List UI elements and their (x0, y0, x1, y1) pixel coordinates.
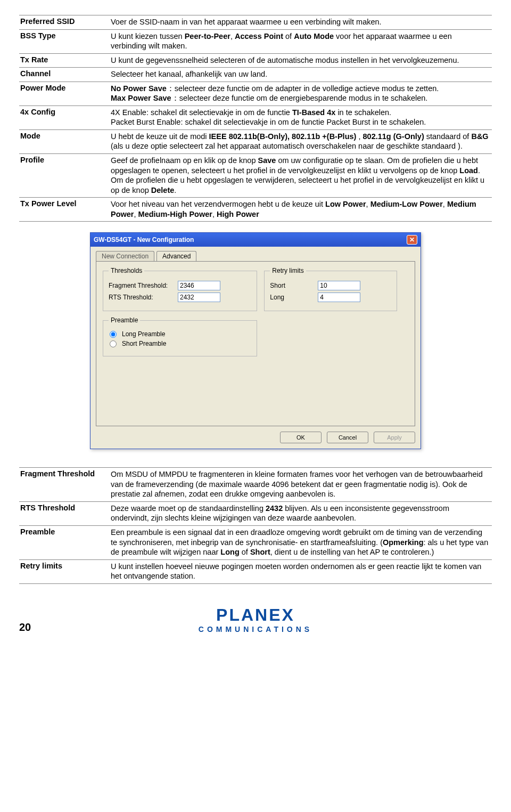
term-description: 4X Enable: schakel dit selectievakje in … (110, 105, 492, 129)
preamble-fieldset: Preamble Long Preamble Short Preamble (103, 316, 257, 356)
cancel-button[interactable]: Cancel (327, 432, 368, 443)
fragment-threshold-label: Fragment Threshold: (109, 282, 178, 289)
term-label: Profile (19, 154, 110, 198)
rts-threshold-label: RTS Threshold: (109, 294, 178, 301)
retry-legend: Retry limits (270, 267, 306, 274)
window-title: GW-DS54GT - New Configuration (94, 236, 194, 243)
retry-short-label: Short (270, 282, 302, 289)
term-description: Geef de profielnaam op en klik op de kno… (110, 154, 492, 198)
retry-long-label: Long (270, 294, 302, 301)
term-label: Tx Rate (19, 53, 110, 68)
term-description: No Power Save：selecteer deze functie om … (110, 82, 492, 105)
term-description: Voor het niveau van het verzendvermogen … (110, 198, 492, 222)
term-description: Voer de SSID-naam in van het apparaat wa… (110, 15, 492, 30)
term-label: Mode (19, 129, 110, 153)
fragment-threshold-input[interactable] (178, 281, 220, 290)
retry-limits-fieldset: Retry limits Short Long (264, 267, 397, 311)
term-description: U kunt de gegevenssnelheid selecteren of… (110, 53, 492, 68)
ok-button[interactable]: OK (280, 432, 322, 443)
description-table-2: Fragment ThresholdOm MSDU of MMPDU te fr… (19, 467, 492, 583)
term-label: Channel (19, 68, 110, 82)
tab-new-connection[interactable]: New Connection (96, 251, 154, 261)
tab-advanced[interactable]: Advanced (156, 251, 196, 261)
term-label: Tx Power Level (19, 198, 110, 222)
term-description: U hebt de keuze uit de modi IEEE 802.11b… (110, 129, 492, 153)
term-description: U kunt instellen hoeveel nieuwe pogingen… (110, 559, 492, 583)
description-table-1: Preferred SSIDVoer de SSID-naam in van h… (19, 15, 492, 222)
term-description: Selecteer het kanaal, afhankelijk van uw… (110, 68, 492, 82)
term-label: Retry limits (19, 559, 110, 583)
page-footer: 20 PLANEX COMMUNICATIONS (19, 605, 492, 634)
preamble-legend: Preamble (109, 316, 140, 324)
tab-panel-advanced: Thresholds Fragment Threshold: RTS Thres… (96, 261, 415, 426)
thresholds-legend: Thresholds (109, 267, 144, 274)
long-preamble-label: Long Preamble (122, 330, 165, 338)
retry-short-input[interactable] (318, 281, 360, 290)
term-label: Preamble (19, 526, 110, 560)
logo-text-top: PLANEX (46, 605, 465, 625)
short-preamble-label: Short Preamble (122, 340, 166, 347)
tab-strip: New Connection Advanced (90, 247, 421, 261)
term-description: U kunt kiezen tussen Peer-to-Peer, Acces… (110, 29, 492, 53)
button-bar: OK Cancel Apply (90, 426, 421, 449)
term-label: Fragment Threshold (19, 468, 110, 502)
config-window: GW-DS54GT - New Configuration ✕ New Conn… (90, 232, 421, 449)
retry-long-input[interactable] (318, 293, 360, 302)
term-description: Deze waarde moet op de standaardinstelli… (110, 501, 492, 525)
short-preamble-radio[interactable] (110, 340, 117, 347)
thresholds-fieldset: Thresholds Fragment Threshold: RTS Thres… (103, 267, 257, 311)
term-label: Preferred SSID (19, 15, 110, 30)
term-label: 4x Config (19, 105, 110, 129)
apply-button[interactable]: Apply (374, 432, 415, 443)
term-description: Een preambule is een signaal dat in een … (110, 526, 492, 560)
close-icon[interactable]: ✕ (407, 235, 417, 245)
page-number: 20 (19, 621, 46, 634)
window-titlebar: GW-DS54GT - New Configuration ✕ (90, 233, 421, 247)
term-description: Om MSDU of MMPDU te fragmenteren in klei… (110, 468, 492, 502)
term-label: RTS Threshold (19, 501, 110, 525)
term-label: BSS Type (19, 29, 110, 53)
long-preamble-radio[interactable] (110, 331, 117, 338)
rts-threshold-input[interactable] (178, 293, 220, 302)
logo-text-sub: COMMUNICATIONS (46, 625, 465, 634)
term-label: Power Mode (19, 82, 110, 105)
planex-logo: PLANEX COMMUNICATIONS (46, 605, 465, 634)
